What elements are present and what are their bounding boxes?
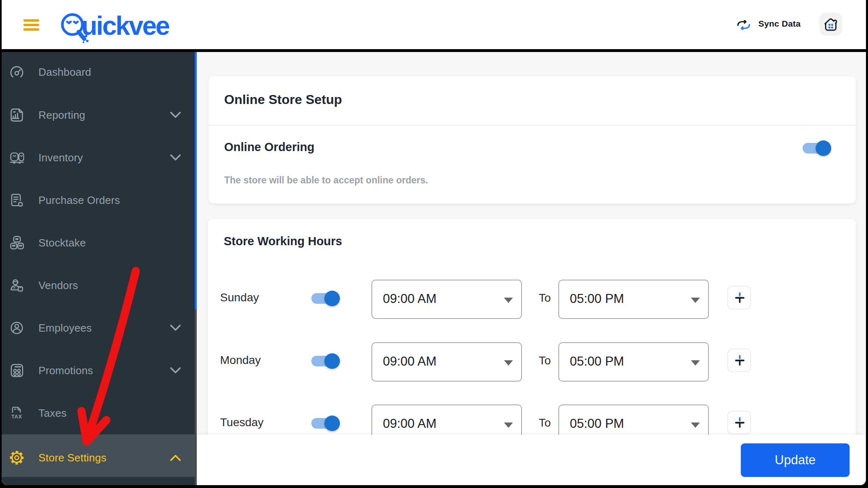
svg-text:TAX: TAX <box>11 414 22 420</box>
